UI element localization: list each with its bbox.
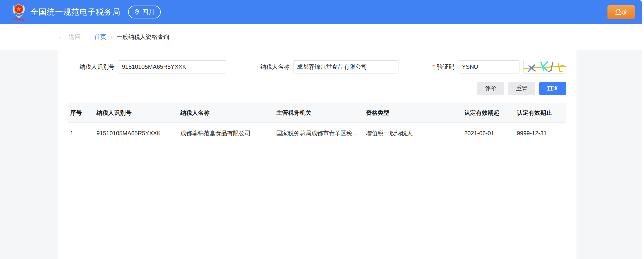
- evaluate-button[interactable]: 评价: [477, 82, 504, 95]
- logo-caption: 中国税务: [13, 18, 25, 21]
- cell-valid-to: 9999-12-31: [514, 122, 566, 144]
- cell-valid-from: 2021-06-01: [462, 122, 514, 144]
- table-row: 1 91510105MA65R5YXXK 成都蓉锦范堂食品有限公司 国家税务总局…: [68, 122, 566, 144]
- col-valid-from: 认定有效期起: [462, 103, 514, 122]
- captcha-field: * 验证码: [432, 60, 566, 74]
- breadcrumb: ← 返回 首页 › 一般纳税人资格查询: [0, 24, 642, 50]
- col-taxpayer-name: 纳税人名称: [178, 103, 274, 122]
- region-selector[interactable]: 四川: [128, 6, 161, 18]
- cell-seq: 1: [68, 122, 94, 144]
- content-background: 纳税人识别号 纳税人名称 * 验证码: [0, 50, 642, 259]
- table-header-row: 序号 纳税人识别号 纳税人名称 主管税务机关 资格类型 认定有效期起 认定有效期…: [68, 103, 566, 122]
- app-header: 中国税务 全国统一规范电子税务局 四川 登录: [0, 0, 642, 24]
- results-table: 序号 纳税人识别号 纳税人名称 主管税务机关 资格类型 认定有效期起 认定有效期…: [68, 103, 566, 144]
- cell-tax-authority: 国家税务总局成都市青羊区税...: [274, 122, 364, 144]
- col-tax-authority: 主管税务机关: [274, 103, 364, 122]
- taxpayer-id-input[interactable]: [118, 60, 226, 73]
- taxpayer-name-label: 纳税人名称: [260, 63, 290, 71]
- taxpayer-name-field: 纳税人名称: [260, 60, 398, 73]
- taxpayer-id-field: 纳税人识别号: [80, 60, 226, 73]
- query-card: 纳税人识别号 纳税人名称 * 验证码: [58, 50, 576, 259]
- main-wrapper: 中国税务 全国统一规范电子税务局 四川 登录 ← 返回 首页 › 一般纳税人资格…: [0, 0, 642, 259]
- region-label: 四川: [142, 8, 155, 16]
- login-button[interactable]: 登录: [607, 5, 635, 19]
- back-label: 返回: [68, 33, 81, 41]
- taxpayer-id-label: 纳税人识别号: [80, 63, 115, 71]
- col-qualification-type: 资格类型: [364, 103, 462, 122]
- required-marker: *: [432, 64, 435, 70]
- cell-taxpayer-id: 91510105MA65R5YXXK: [94, 122, 178, 144]
- brand: 中国税务 全国统一规范电子税务局: [12, 3, 120, 21]
- right-edge-strip: [642, 0, 644, 259]
- breadcrumb-separator-icon: ›: [111, 34, 113, 40]
- back-arrow-icon: ←: [58, 33, 65, 41]
- app-title: 全国统一规范电子税务局: [30, 7, 120, 17]
- col-seq: 序号: [68, 103, 94, 122]
- captcha-label: 验证码: [437, 63, 455, 71]
- query-form: 纳税人识别号 纳税人名称 * 验证码: [68, 60, 566, 74]
- page: 中国税务 全国统一规范电子税务局 四川 登录 ← 返回 首页 › 一般纳税人资格…: [0, 0, 644, 259]
- captcha-input[interactable]: [458, 60, 519, 73]
- cell-taxpayer-name: 成都蓉锦范堂食品有限公司: [178, 122, 274, 144]
- back-button[interactable]: ← 返回: [58, 33, 81, 41]
- captcha-image[interactable]: [523, 60, 566, 74]
- location-pin-icon: [134, 9, 140, 15]
- col-taxpayer-id: 纳税人识别号: [94, 103, 178, 122]
- col-valid-to: 认定有效期止: [514, 103, 566, 122]
- action-buttons: 评价 重置 查询: [68, 82, 566, 95]
- query-button[interactable]: 查询: [539, 82, 566, 95]
- breadcrumb-home[interactable]: 首页: [94, 33, 106, 41]
- tax-bureau-emblem-logo: 中国税务: [12, 3, 26, 21]
- cell-qualification-type: 增值税一般纳税人: [364, 122, 462, 144]
- breadcrumb-current: 一般纳税人资格查询: [117, 33, 169, 41]
- reset-button[interactable]: 重置: [508, 82, 535, 95]
- taxpayer-name-input[interactable]: [293, 60, 398, 73]
